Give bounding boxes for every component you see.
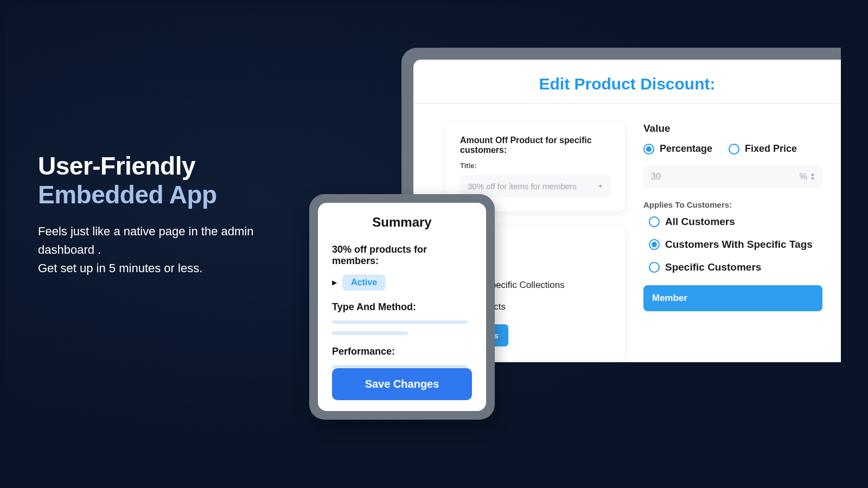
summary-item-title: 30% off products for members: xyxy=(332,244,472,267)
radio-icon xyxy=(649,239,660,250)
body-copy: Feels just like a native page in the adm… xyxy=(38,222,288,278)
applies-option-label: All Customers xyxy=(665,216,735,228)
applies-to-list: All Customers Customers With Specific Ta… xyxy=(643,216,822,273)
value-suffix-group: % ▲▼ xyxy=(800,172,815,182)
body-line1: Feels just like a native page in the adm… xyxy=(38,224,253,256)
chevron-down-icon: ▼ xyxy=(598,183,603,189)
headline: User-Friendly Embedded App xyxy=(38,152,288,209)
value-option-fixed[interactable]: Fixed Price xyxy=(729,143,797,155)
value-number-input[interactable]: 30 % ▲▼ xyxy=(643,165,822,188)
caret-right-icon[interactable]: ▶ xyxy=(332,279,337,286)
customer-tag-pill[interactable]: Member xyxy=(643,285,822,311)
stage: User-Friendly Embedded App Feels just li… xyxy=(5,5,863,483)
applies-option-all[interactable]: All Customers xyxy=(643,216,822,228)
headline-line2: Embedded App xyxy=(38,181,217,209)
value-option-percentage-label: Percentage xyxy=(660,143,712,155)
marketing-copy: User-Friendly Embedded App Feels just li… xyxy=(38,152,288,278)
percent-icon: % xyxy=(800,172,807,182)
edit-right-column: Value Percentage Fixed Price 30 xyxy=(643,123,822,361)
status-badge: Active xyxy=(342,274,386,291)
applies-to-label: Applies To Customers: xyxy=(643,200,822,209)
title-label: Title: xyxy=(460,162,611,170)
summary-device-frame: Summary 30% off products for members: ▶ … xyxy=(309,194,495,420)
summary-section-performance: Performance: xyxy=(332,346,472,357)
summary-section-type: Type And Method: xyxy=(332,301,472,313)
radio-icon xyxy=(729,144,739,155)
discount-title-value: 30% off for items for members xyxy=(468,182,577,191)
body-line2: Get set up in 5 minutes or less. xyxy=(38,261,202,275)
value-number: 30 xyxy=(651,172,661,182)
value-option-percentage[interactable]: Percentage xyxy=(643,143,712,155)
edit-panel-title: Edit Product Discount: xyxy=(413,60,841,104)
radio-icon xyxy=(643,144,654,155)
headline-line1: User-Friendly xyxy=(38,152,195,180)
skeleton-line xyxy=(332,331,408,335)
applies-option-tags[interactable]: Customers With Specific Tags xyxy=(643,239,822,251)
summary-panel: Summary 30% off products for members: ▶ … xyxy=(318,203,486,411)
save-changes-button[interactable]: Save Changes xyxy=(332,368,472,400)
summary-status-row: ▶ Active xyxy=(332,274,472,291)
value-type-row: Percentage Fixed Price xyxy=(643,143,822,155)
applies-option-label: Customers With Specific Tags xyxy=(665,239,813,251)
value-option-fixed-label: Fixed Price xyxy=(745,143,797,155)
radio-icon xyxy=(649,262,660,273)
applies-option-specific[interactable]: Specific Customers xyxy=(643,261,822,273)
skeleton-line xyxy=(332,320,468,324)
value-heading: Value xyxy=(643,123,822,134)
amount-off-heading: Amount Off Product for specific customer… xyxy=(460,136,611,155)
spinner-icon[interactable]: ▲▼ xyxy=(810,172,815,181)
applies-option-label: Specific Customers xyxy=(665,261,761,273)
summary-title: Summary xyxy=(332,215,472,230)
radio-icon xyxy=(649,216,660,227)
